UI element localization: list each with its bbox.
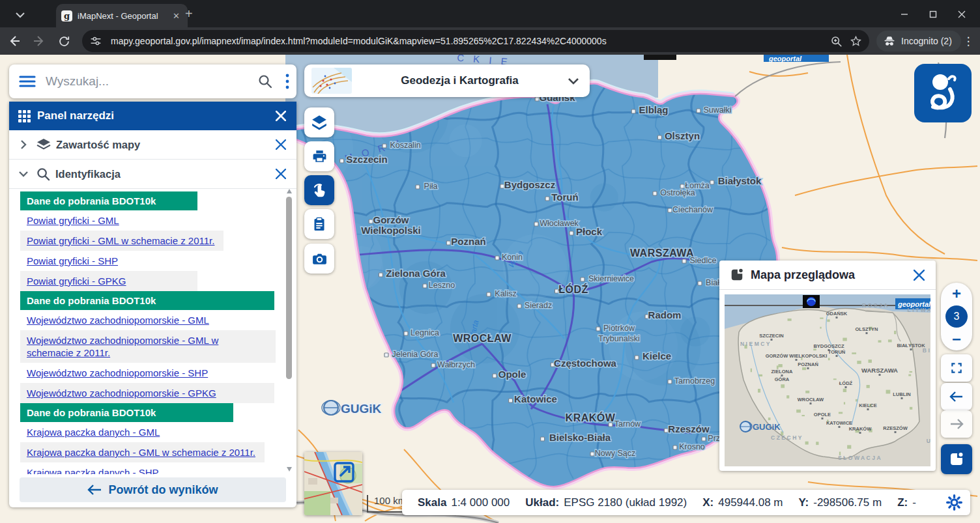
section-close-icon[interactable] xyxy=(268,132,294,158)
download-link[interactable]: Powiat gryficki - SHP xyxy=(27,255,118,266)
crs-label: Układ: xyxy=(525,496,559,509)
tools-panel-close-icon[interactable] xyxy=(268,103,294,129)
screenshot-tool-button[interactable] xyxy=(304,244,334,274)
city-label: Tarnów xyxy=(614,419,641,429)
download-link[interactable]: Województwo zachodniopomorskie - GPKG xyxy=(27,388,216,399)
bookmark-star-icon[interactable] xyxy=(846,31,865,51)
tab-search-button[interactable] xyxy=(10,7,30,23)
scroll-down-arrow[interactable] xyxy=(287,467,292,472)
print-tool-button[interactable] xyxy=(304,141,334,171)
reload-button[interactable] xyxy=(53,31,74,51)
chevron-down-icon[interactable] xyxy=(18,170,29,178)
tab-favicon: g xyxy=(61,10,72,21)
overview-close-icon[interactable] xyxy=(906,262,932,288)
country-label: CZECHY xyxy=(771,434,803,441)
city-marker xyxy=(698,281,702,285)
hamburger-menu-icon[interactable] xyxy=(14,68,40,94)
country-label: ROSJA xyxy=(862,302,889,309)
section-close-icon[interactable] xyxy=(268,161,294,187)
download-link[interactable]: Krajowa paczka danych - GML w schemacie … xyxy=(27,447,255,458)
geoportal-logo[interactable] xyxy=(914,64,972,122)
back-button[interactable] xyxy=(4,31,25,51)
window-minimize-button[interactable] xyxy=(891,5,917,23)
section-identyfikacja[interactable]: Identyfikacja xyxy=(9,160,296,189)
history-back-button[interactable] xyxy=(941,383,972,410)
download-link[interactable]: Województwo zachodniopomorskie - GML xyxy=(27,315,209,326)
x-label: X: xyxy=(702,496,713,509)
basemap-preview-thumbnail[interactable] xyxy=(304,452,362,515)
city-label: Toruń xyxy=(551,191,578,203)
city-marker xyxy=(673,445,677,449)
back-to-results-button[interactable]: Powrót do wyników xyxy=(20,477,286,502)
tab-close-icon[interactable]: ✕ xyxy=(170,10,182,22)
city-marker xyxy=(535,97,539,101)
module-chevron-down-icon[interactable] xyxy=(568,78,579,85)
city-label: Zielona Góra xyxy=(386,268,446,279)
fullscreen-icon xyxy=(950,361,963,375)
geoportal-g-icon xyxy=(924,72,962,114)
grid-icon xyxy=(18,110,31,122)
search-icon[interactable] xyxy=(252,68,278,94)
search-input[interactable] xyxy=(44,74,252,89)
country-label: LITWA xyxy=(908,307,930,313)
overview-city-label: GDAŃSK xyxy=(826,311,848,317)
scroll-up-arrow[interactable] xyxy=(287,189,292,193)
scale-value[interactable]: 1:4 000 000 xyxy=(451,496,510,509)
scrollbar[interactable] xyxy=(286,189,293,472)
download-link[interactable]: Powiat gryficki - GPKG xyxy=(27,276,126,287)
overview-map[interactable]: geoportal ROSJALITWANIEMCYCZECHYSŁOWACJA… xyxy=(725,294,930,466)
city-label: Legnica xyxy=(411,328,439,337)
history-forward-button[interactable] xyxy=(941,410,972,438)
search-options-kebab-icon[interactable] xyxy=(278,68,296,94)
city-label: Rzeszów xyxy=(668,423,710,434)
zoom-in-button[interactable]: + xyxy=(952,287,961,301)
extent-marker[interactable] xyxy=(803,295,820,308)
city-marker xyxy=(416,185,420,189)
city-marker xyxy=(382,144,386,148)
identify-tool-button-active[interactable] xyxy=(304,175,334,205)
incognito-badge[interactable]: Incognito (2) xyxy=(876,31,961,51)
download-link[interactable]: Krajowa paczka danych - GML xyxy=(27,427,160,438)
overview-city-label: OLSZTYN xyxy=(856,326,878,332)
table-row: Województwo zachodniopomorskie - GML xyxy=(20,310,274,330)
city-label: WARSZAWA xyxy=(630,247,694,259)
z-label: Z: xyxy=(897,496,908,509)
zoom-out-button[interactable]: − xyxy=(952,332,961,346)
scale-label: Skala xyxy=(418,496,446,509)
browser-menu-icon[interactable]: ⋮ xyxy=(960,31,976,51)
download-link[interactable]: Powiat gryficki - GML xyxy=(27,215,119,226)
download-link[interactable]: Powiat gryficki - GML w schemacie z 2011… xyxy=(27,235,214,246)
download-link[interactable]: Województwo zachodniopomorskie - GML w s… xyxy=(27,335,218,358)
results-scroll-area[interactable]: Dane do pobrania BDOT10kPowiat gryficki … xyxy=(9,188,296,474)
overview-map-panel: Mapa przeglądowa geoportal ROSJALITWANIE… xyxy=(719,261,936,471)
city-label: Elbląg xyxy=(639,104,668,115)
city-label: Nowy Sącz xyxy=(595,449,636,458)
download-link[interactable]: Krajowa paczka danych - SHP xyxy=(27,467,159,474)
back-button-label: Powrót do wyników xyxy=(108,483,218,497)
url-text[interactable]: mapy.geoportal.gov.pl/imapnext/imap/inde… xyxy=(111,36,826,46)
module-selector[interactable]: Geodezja i Kartografia xyxy=(304,64,590,97)
layers-tool-button[interactable] xyxy=(304,107,334,137)
site-controls-icon[interactable] xyxy=(86,31,106,51)
url-bar[interactable]: mapy.geoportal.gov.pl/imapnext/imap/inde… xyxy=(82,30,869,52)
new-tab-button[interactable]: + xyxy=(185,7,193,21)
tab-title: iMapNext - Geoportal xyxy=(78,11,170,21)
clipboard-tool-button[interactable] xyxy=(304,209,334,239)
scrollbar-thumb[interactable] xyxy=(286,197,292,379)
layers-icon xyxy=(311,114,328,131)
settings-gear-icon[interactable] xyxy=(946,494,962,511)
section-zawartosc-mapy[interactable]: Zawartość mapy xyxy=(9,130,296,160)
browser-tab[interactable]: g iMapNext - Geoportal ✕ xyxy=(56,4,188,27)
chevron-right-icon[interactable] xyxy=(20,139,27,150)
arrow-left-icon xyxy=(949,391,964,403)
overview-map-toggle-button[interactable] xyxy=(941,444,972,474)
window-maximize-button[interactable] xyxy=(920,5,946,23)
fullscreen-button[interactable] xyxy=(941,354,972,382)
status-bar: Skala1:4 000 000 Układ:EPSG 2180 (układ … xyxy=(402,490,970,515)
forward-button[interactable] xyxy=(29,31,50,51)
download-link[interactable]: Województwo zachodniopomorskie - SHP xyxy=(27,367,208,378)
overview-city-label: KATOWICE xyxy=(826,420,852,426)
window-close-button[interactable] xyxy=(949,5,975,23)
city-label: Konin xyxy=(502,253,523,262)
zoom-page-icon[interactable] xyxy=(826,31,846,51)
